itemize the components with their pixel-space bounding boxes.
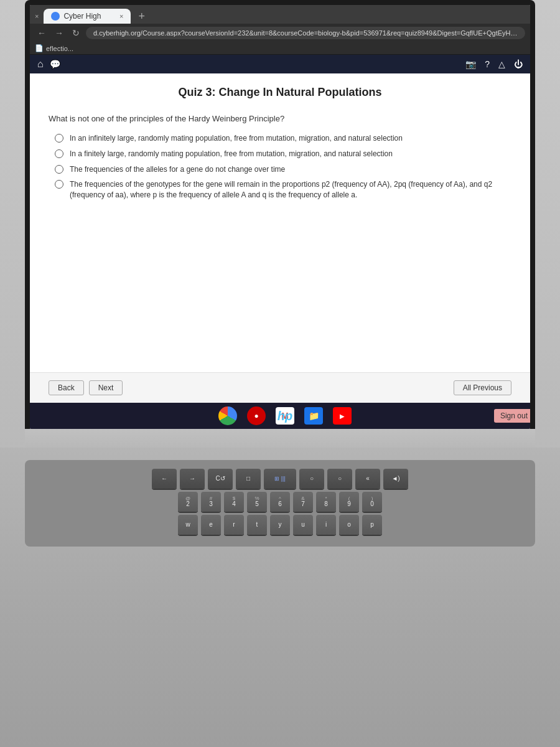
answer-text-3: The frequencies of the alleles for a gen… (70, 164, 285, 175)
hp-logo-container: hp (278, 409, 292, 423)
answer-text-4: The frequencies of the genotypes for the… (70, 179, 511, 200)
key-label: C↺ (215, 476, 225, 482)
key-bottom: 5 (255, 501, 259, 507)
key-label: u (301, 522, 305, 528)
key-label: □ (246, 476, 250, 482)
answer-text-2: In a finitely large, randomly mating pop… (70, 149, 393, 159)
radio-option-4[interactable] (55, 180, 63, 189)
key-p[interactable]: p (362, 515, 382, 535)
answer-options: In an infinitely large, randomly mating … (55, 133, 511, 200)
key-volume-up[interactable]: ◄) (383, 469, 408, 489)
key-e[interactable]: e (201, 515, 221, 535)
number-key-row: @ 2 # 3 $ 4 % 5 ^ 6 (35, 492, 525, 512)
power-icon[interactable]: ⏻ (514, 59, 523, 69)
key-label: ○ (310, 476, 314, 482)
youtube-icon[interactable]: ▶ (333, 407, 352, 425)
question-text: What is not one of the principles of the… (49, 114, 511, 123)
tab-bar: × Cyber High × + (30, 5, 530, 24)
all-previous-button[interactable]: All Previous (454, 380, 511, 395)
bookmark-bar: 📄 eflectio... (30, 42, 530, 55)
next-button[interactable]: Next (89, 380, 123, 395)
page-content: ⌂ 💬 📷 ? △ ⏻ Quiz 3: Change In Natural Po… (30, 55, 530, 403)
radio-option-2[interactable] (55, 149, 63, 158)
new-tab-button[interactable]: + (133, 10, 150, 23)
tab-close-button[interactable]: × (119, 12, 123, 20)
key-4[interactable]: $ 4 (224, 492, 244, 512)
back-button[interactable]: Back (49, 380, 84, 395)
key-0[interactable]: ) 0 (362, 492, 382, 512)
key-3[interactable]: # 3 (201, 492, 221, 512)
radio-option-3[interactable] (55, 165, 63, 174)
key-o[interactable]: o (339, 515, 359, 535)
key-back[interactable]: ← (152, 469, 177, 489)
key-6[interactable]: ^ 6 (270, 492, 290, 512)
key-reload[interactable]: C↺ (208, 469, 233, 489)
key-label: ◄) (391, 476, 399, 482)
window-close-x[interactable]: × (35, 12, 39, 20)
sign-out-button[interactable]: Sign out (494, 409, 530, 423)
bookmark-favicon: 📄 (35, 44, 44, 52)
answer-option-2: In a finitely large, randomly mating pop… (55, 149, 511, 159)
home-icon[interactable]: ⌂ (37, 59, 44, 70)
bookmark-item[interactable]: 📄 eflectio... (35, 44, 73, 52)
youtube-play: ▶ (340, 413, 345, 420)
back-nav-button[interactable]: ← (35, 27, 49, 39)
key-i[interactable]: i (316, 515, 336, 535)
key-label: w (185, 522, 190, 528)
question-icon[interactable]: ? (485, 59, 490, 69)
key-bottom: 9 (347, 501, 351, 507)
key-7[interactable]: & 7 (293, 492, 313, 512)
key-label: → (189, 476, 195, 482)
key-multiwindow[interactable]: ⊞ ||| (264, 469, 296, 489)
hp-logo: hp (278, 409, 292, 423)
key-y[interactable]: y (270, 515, 290, 535)
key-bottom: 8 (324, 501, 328, 507)
address-bar[interactable]: d.cyberhigh.org/Course.aspx?courseVersio… (86, 27, 525, 39)
camera-icon[interactable]: 📷 (465, 59, 476, 69)
key-bottom: 2 (186, 501, 190, 507)
top-nav-left: ⌂ 💬 (37, 59, 60, 70)
key-label: o (347, 522, 351, 528)
alert-icon[interactable]: △ (498, 59, 505, 69)
address-bar-row: ← → ↻ d.cyberhigh.org/Course.aspx?course… (30, 24, 530, 42)
key-2[interactable]: @ 2 (178, 492, 198, 512)
key-forward[interactable]: → (180, 469, 205, 489)
top-navigation: ⌂ 💬 📷 ? △ ⏻ (30, 55, 530, 73)
key-window[interactable]: □ (236, 469, 261, 489)
quiz-area: Quiz 3: Change In Natural Populations Wh… (30, 73, 530, 372)
function-key-row: ← → C↺ □ ⊞ ||| ○ ○ (35, 469, 525, 489)
blue-folder-icon[interactable]: 📁 (304, 407, 323, 425)
key-w[interactable]: w (178, 515, 198, 535)
tab-title: Cyber High (63, 12, 101, 21)
key-9[interactable]: ( 9 (339, 492, 359, 512)
key-circle1[interactable]: ○ (299, 469, 324, 489)
browser-tab[interactable]: Cyber High × (44, 9, 131, 24)
key-5[interactable]: % 5 (247, 492, 267, 512)
forward-nav-button[interactable]: → (52, 27, 66, 39)
key-label: ○ (338, 476, 342, 482)
key-bottom: 4 (232, 501, 236, 507)
key-label: t (256, 522, 258, 528)
key-8[interactable]: * 8 (316, 492, 336, 512)
key-circle2[interactable]: ○ (327, 469, 352, 489)
chrome-icon[interactable] (218, 406, 237, 425)
key-label: e (209, 522, 213, 528)
key-volume-down[interactable]: « (355, 469, 380, 489)
key-t[interactable]: t (247, 515, 267, 535)
reload-button[interactable]: ↻ (70, 27, 82, 39)
key-u[interactable]: u (293, 515, 313, 535)
answer-option-3: The frequencies of the alleles for a gen… (55, 164, 511, 175)
keyboard: ← → C↺ □ ⊞ ||| ○ ○ (25, 460, 535, 547)
browser-chrome: × Cyber High × + ← → ↻ d.cyberhigh.org/C… (30, 5, 530, 55)
radio-option-1[interactable] (55, 134, 63, 143)
laptop-outer: × Cyber High × + ← → ↻ d.cyberhigh.org/C… (0, 0, 560, 747)
bookmark-label: eflectio... (46, 45, 73, 52)
taskbar-red-icon[interactable]: ● (247, 406, 266, 425)
screen: × Cyber High × + ← → ↻ d.cyberhigh.org/C… (30, 5, 530, 429)
key-r[interactable]: r (224, 515, 244, 535)
quiz-footer-left: Back Next (49, 380, 123, 395)
key-label: ⊞ ||| (274, 476, 286, 482)
chat-icon[interactable]: 💬 (50, 59, 60, 69)
key-bottom: 3 (209, 501, 213, 507)
top-nav-right: 📷 ? △ ⏻ (465, 59, 523, 69)
